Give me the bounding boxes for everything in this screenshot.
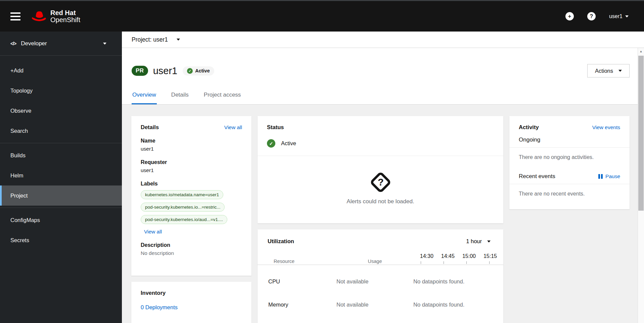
check-circle-icon: ✓ (187, 68, 193, 74)
check-circle-icon: ✓ (267, 139, 275, 148)
field-value-description: No description (141, 250, 242, 256)
scrollbar: ▲ (638, 48, 644, 323)
sidebar-divider (0, 143, 122, 143)
details-view-all-link[interactable]: View all (224, 124, 242, 130)
masthead: Red Hat OpenShift + ? user1 (0, 0, 644, 32)
deployments-link[interactable]: 0 Deployments (141, 304, 242, 311)
inventory-card: Inventory 0 Deployments (131, 282, 251, 323)
field-label-description: Description (141, 242, 242, 248)
field-label-name: Name (141, 138, 242, 144)
caret-down-icon (177, 39, 180, 41)
field-label-labels: Labels (141, 181, 242, 187)
sidebar-item-topology[interactable]: Topology (0, 80, 122, 101)
alerts-error-message: Alerts could not be loaded. (347, 198, 414, 205)
caret-down-icon (103, 43, 106, 45)
main-area: Project: user1 PR user1 ✓ Active Actions… (122, 32, 644, 323)
field-label-requester: Requester (141, 159, 242, 165)
username: user1 (609, 13, 623, 19)
resource-datapoints: No datapoints found. (413, 278, 491, 285)
details-card: Details View all Name user1 Requester us… (131, 116, 251, 276)
brand-logo: Red Hat OpenShift (32, 9, 80, 23)
sidebar-item-configmaps[interactable]: ConfigMaps (0, 210, 122, 230)
menu-toggle-icon[interactable] (10, 12, 20, 20)
time-axis: 14:30 14:45 15:00 15:15 (413, 253, 497, 259)
time-axis-ticks (413, 261, 497, 264)
sidebar-item-secrets[interactable]: Secrets (0, 230, 122, 250)
tab-overview[interactable]: Overview (132, 92, 157, 104)
actions-label: Actions (595, 68, 613, 74)
scrollbar-thumb[interactable] (638, 56, 644, 211)
caret-down-icon (618, 70, 622, 72)
sidebar-item-helm[interactable]: Helm (0, 165, 122, 185)
resource-name: CPU (268, 278, 336, 285)
redhat-fedora-icon (32, 11, 47, 22)
page-title: user1 (153, 65, 178, 76)
column-header-resource: Resource (268, 259, 336, 264)
inventory-card-title: Inventory (141, 290, 242, 296)
actions-dropdown[interactable]: Actions (587, 64, 630, 77)
brand-line-1: Red Hat (50, 9, 80, 16)
recent-events-empty-message: There are no recent events. (509, 184, 630, 204)
utilization-card-title: Utilization (268, 238, 294, 245)
tab-bar: Overview Details Project access (132, 92, 630, 104)
status-card: Status ✓ Active ? Alerts could not be lo… (258, 116, 503, 223)
sidebar: </> Developer +Add Topology Observe Sear… (0, 32, 122, 323)
unknown-status-icon: ? (369, 171, 392, 193)
scrollbar-up-arrow-icon[interactable]: ▲ (638, 48, 644, 55)
activity-card-title: Activity (519, 124, 539, 130)
scroll-region: PR user1 ✓ Active Actions Overview Detai… (122, 48, 638, 323)
sidebar-item-project[interactable]: Project (0, 185, 122, 206)
details-card-title: Details (141, 124, 159, 130)
brand-line-2: OpenShift (50, 16, 80, 23)
pause-events-button[interactable]: Pause (598, 173, 620, 179)
utilization-row-cpu: CPU Not available No datapoints found. (258, 278, 503, 285)
project-selector-label: Project: user1 (132, 36, 168, 43)
sidebar-item-observe[interactable]: Observe (0, 101, 122, 121)
label-pill: pod-security.kubernetes.io/aud...=v1.... (141, 215, 227, 224)
namespace-bar: Project: user1 (122, 32, 644, 48)
ongoing-section-title: Ongoing (519, 137, 540, 143)
status-state-label: Active (281, 140, 296, 147)
resource-usage: Not available (336, 278, 413, 285)
duration-value: 1 hour (466, 238, 482, 245)
user-menu[interactable]: user1 (609, 13, 629, 19)
field-value-name: user1 (141, 146, 242, 152)
tab-details[interactable]: Details (171, 92, 189, 104)
code-icon: </> (10, 41, 16, 46)
perspective-switcher[interactable]: </> Developer (0, 32, 122, 56)
divider (258, 265, 503, 265)
status-badge: ✓ Active (183, 66, 214, 75)
time-tick-label: 15:15 (484, 253, 497, 259)
tab-project-access[interactable]: Project access (203, 92, 242, 104)
column-header-usage: Usage (336, 259, 413, 264)
view-events-link[interactable]: View events (592, 124, 620, 130)
resource-usage: Not available (336, 302, 413, 308)
sidebar-divider (0, 208, 122, 208)
ongoing-empty-message: There are no ongoing activities. (509, 148, 630, 167)
utilization-row-memory: Memory Not available No datapoints found… (258, 302, 503, 308)
time-tick-label: 14:30 (420, 253, 433, 259)
page-header: PR user1 ✓ Active Actions Overview Detai… (122, 48, 638, 105)
perspective-label: Developer (21, 40, 47, 47)
sidebar-item-builds[interactable]: Builds (0, 145, 122, 165)
project-selector[interactable]: Project: user1 (132, 36, 180, 43)
labels-view-all-link[interactable]: View all (144, 229, 162, 235)
resource-name: Memory (268, 302, 336, 308)
recent-events-section-title: Recent events (519, 173, 555, 180)
help-icon[interactable]: ? (587, 12, 596, 20)
add-shortcut-icon[interactable]: + (565, 12, 574, 20)
status-badge-label: Active (195, 68, 210, 73)
overview-content: Details View all Name user1 Requester us… (122, 105, 638, 323)
label-pill: pod-security.kubernetes.io...=restric... (141, 203, 225, 212)
time-tick-label: 15:00 (462, 253, 476, 259)
label-pill: kubernetes.io/metadata.name=user1 (141, 190, 223, 199)
caret-down-icon (625, 15, 629, 17)
duration-dropdown[interactable]: 1 hour (466, 238, 491, 245)
sidebar-item-add[interactable]: +Add (0, 60, 122, 80)
resource-datapoints: No datapoints found. (413, 302, 491, 308)
field-value-requester: user1 (141, 167, 242, 173)
pause-label: Pause (605, 173, 620, 179)
sidebar-item-search[interactable]: Search (0, 121, 122, 141)
project-resource-badge: PR (132, 66, 148, 76)
time-tick-label: 14:45 (441, 253, 455, 259)
